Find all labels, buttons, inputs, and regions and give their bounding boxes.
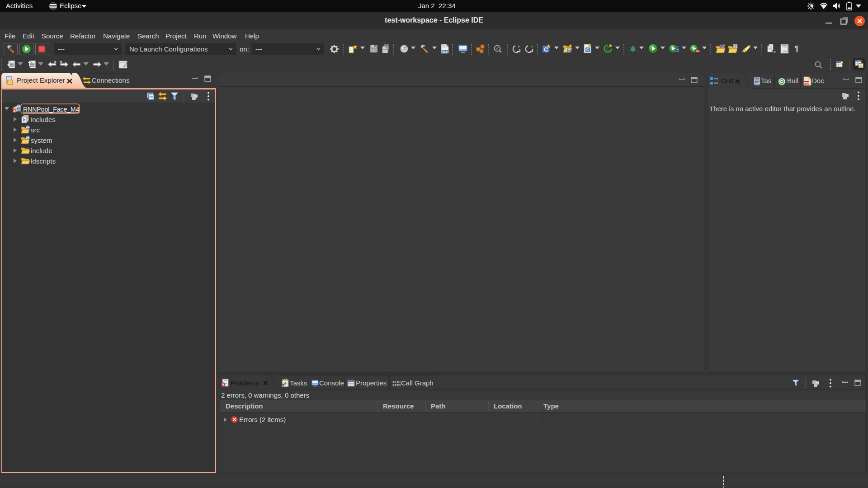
svg-text:PDF: PDF: [804, 82, 809, 84]
svg-text:XIXI: XIXI: [392, 383, 401, 387]
svg-text:h: h: [23, 118, 26, 122]
svg-text:C: C: [26, 125, 29, 130]
svg-text:C: C: [18, 105, 20, 109]
svg-text:C: C: [26, 136, 29, 140]
svg-text:C: C: [606, 47, 609, 52]
svg-text:C: C: [859, 64, 862, 68]
svg-text:C: C: [544, 47, 548, 53]
svg-text:¶: ¶: [795, 45, 799, 52]
svg-text:C: C: [586, 47, 590, 52]
svg-text:C: C: [567, 48, 570, 52]
